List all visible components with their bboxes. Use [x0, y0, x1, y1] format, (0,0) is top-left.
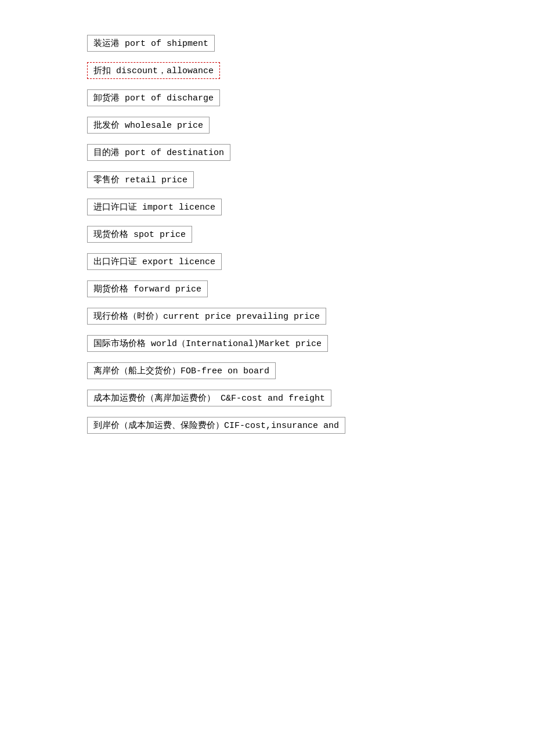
list-item: 折扣 discount，allowance: [87, 62, 447, 79]
list-item: 现行价格（时价）current price prevailing price: [87, 308, 447, 325]
list-item: 进口许口证 import licence: [87, 199, 447, 215]
list-item: 目的港 port of destination: [87, 144, 447, 161]
term-box-12: 国际市场价格 world（International)Market price: [87, 335, 328, 352]
term-box-2: 折扣 discount，allowance: [87, 62, 220, 79]
term-box-8: 现货价格 spot price: [87, 226, 192, 243]
list-item: 零售价 retail price: [87, 171, 447, 188]
term-list: 装运港 port of shipment折扣 discount，allowanc…: [87, 35, 447, 434]
list-item: 国际市场价格 world（International)Market price: [87, 335, 447, 352]
term-box-7: 进口许口证 import licence: [87, 199, 222, 215]
term-box-4: 批发价 wholesale price: [87, 117, 210, 134]
term-box-9: 出口许口证 export licence: [87, 253, 222, 270]
term-box-13: 离岸价（船上交货价）FOB-free on board: [87, 362, 276, 379]
term-box-6: 零售价 retail price: [87, 171, 194, 188]
term-box-15: 到岸价（成本加运费、保险费价）CIF-cost,insurance and: [87, 417, 345, 434]
term-box-14: 成本加运费价（离岸加运费价） C&F-cost and freight: [87, 390, 331, 406]
list-item: 卸货港 port of discharge: [87, 89, 447, 106]
list-item: 期货价格 forward price: [87, 280, 447, 297]
list-item: 成本加运费价（离岸加运费价） C&F-cost and freight: [87, 390, 447, 406]
list-item: 出口许口证 export licence: [87, 253, 447, 270]
list-item: 批发价 wholesale price: [87, 117, 447, 134]
list-item: 现货价格 spot price: [87, 226, 447, 243]
term-box-11: 现行价格（时价）current price prevailing price: [87, 308, 326, 325]
term-box-1: 装运港 port of shipment: [87, 35, 215, 52]
list-item: 到岸价（成本加运费、保险费价）CIF-cost,insurance and: [87, 417, 447, 434]
list-item: 离岸价（船上交货价）FOB-free on board: [87, 362, 447, 379]
term-box-3: 卸货港 port of discharge: [87, 89, 220, 106]
term-box-10: 期货价格 forward price: [87, 280, 208, 297]
list-item: 装运港 port of shipment: [87, 35, 447, 52]
term-box-5: 目的港 port of destination: [87, 144, 230, 161]
